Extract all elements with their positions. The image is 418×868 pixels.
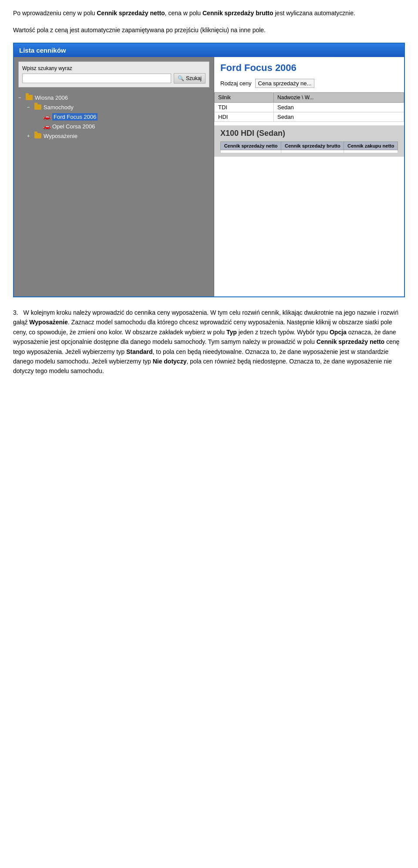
price-header-brutto: Cennik sprzedaży brutto xyxy=(281,142,344,150)
step-number: 3. xyxy=(13,309,22,316)
toggle-ford xyxy=(36,114,43,119)
tree-label-samochody: Samochody xyxy=(44,104,74,111)
tree-item-samochody[interactable]: − Samochody xyxy=(27,102,209,112)
toggle-wyposazenie[interactable]: + xyxy=(27,133,34,138)
lista-body: Wpisz szukany wyraz 🔍 Szukaj − xyxy=(14,57,404,296)
rodzaj-row: Rodzaj ceny Cena sprzedaży ne... xyxy=(214,77,404,92)
tree-item-ford-focus[interactable]: 🚗 Ford Focus 2006 xyxy=(36,112,209,121)
hdi-title: X100 HDI (Sedan) xyxy=(220,129,398,138)
price-table: Cennik sprzedaży netto Cennik sprzedaży … xyxy=(220,141,398,153)
folder-icon-wyposazenie xyxy=(34,132,42,140)
lista-panel: Lista cenników Wpisz szukany wyraz 🔍 Szu… xyxy=(13,43,405,297)
lista-panel-header: Lista cenników xyxy=(14,44,404,57)
tree-item-wiosna[interactable]: − Wiosna 2006 xyxy=(18,93,209,102)
tree-label-wiosna: Wiosna 2006 xyxy=(35,94,68,101)
col-header-nadwozie: Nadwozie \ W... xyxy=(274,93,404,103)
intro-paragraph-2: Wartość pola z ceną jest automatycznie z… xyxy=(13,26,405,35)
car-icon-opel: 🚗 xyxy=(43,122,51,130)
tree-label-wyposazenie: Wyposażenie xyxy=(44,133,78,139)
search-label: Wpisz szukany wyraz xyxy=(22,65,206,71)
toggle-wiosna[interactable]: − xyxy=(18,95,25,100)
cell-silnik-tdi: TDI xyxy=(215,103,274,112)
col-header-silnik: Silnik xyxy=(215,93,274,103)
page-wrapper: Po wprowadzeniu ceny w polu Cennik sprze… xyxy=(0,0,418,389)
toggle-samochody[interactable]: − xyxy=(27,104,34,110)
search-icon: 🔍 xyxy=(178,75,184,81)
cell-silnik-hdi: HDI xyxy=(215,112,274,122)
left-tree-panel: Wpisz szukany wyraz 🔍 Szukaj − xyxy=(14,57,214,296)
tree-container: − Wiosna 2006 − Samochody xyxy=(18,91,209,142)
lista-header-title: Lista cenników xyxy=(19,47,66,54)
tree-label-ford-focus: Ford Focus 2006 xyxy=(52,113,98,121)
hdi-section: X100 HDI (Sedan) Cennik sprzedaży netto … xyxy=(214,125,404,157)
price-header-zakup: Cennik zakupu netto xyxy=(344,142,398,150)
search-button-label: Szukaj xyxy=(186,75,202,81)
search-row: 🔍 Szukaj xyxy=(22,73,206,84)
folder-icon-samochody xyxy=(34,103,42,111)
price-cell-netto[interactable] xyxy=(221,150,281,153)
right-panel: Ford Focus 2006 Rodzaj ceny Cena sprzeda… xyxy=(214,57,404,296)
intro-paragraph-1: Po wprowadzeniu ceny w polu Cennik sprze… xyxy=(13,9,405,18)
cell-nadwozie-sedan2: Sedan xyxy=(274,112,404,122)
price-cell-zakup[interactable] xyxy=(344,150,398,153)
table-row[interactable]: HDI Sedan xyxy=(215,112,404,122)
price-row[interactable] xyxy=(221,150,398,153)
toggle-opel xyxy=(36,124,43,129)
tree-item-wyposazenie[interactable]: + Wyposażenie xyxy=(27,131,209,141)
tree-item-opel-corsa[interactable]: 🚗 Opel Corsa 2006 xyxy=(36,121,209,131)
car-icon-ford: 🚗 xyxy=(43,113,51,121)
rodzaj-value: Cena sprzedaży ne... xyxy=(255,79,315,88)
ford-focus-title: Ford Focus 2006 xyxy=(214,57,404,77)
search-input[interactable] xyxy=(22,74,171,83)
step-3-paragraph-1: 3. W kolejnym kroku należy wprowadzić do… xyxy=(13,308,405,376)
price-header-netto: Cennik sprzedaży netto xyxy=(221,142,281,150)
cell-nadwozie-sedan1: Sedan xyxy=(274,103,404,112)
search-button[interactable]: 🔍 Szukaj xyxy=(174,73,206,84)
rodzaj-label: Rodzaj ceny xyxy=(220,80,252,87)
table-row[interactable]: TDI Sedan xyxy=(215,103,404,112)
search-area: Wpisz szukany wyraz 🔍 Szukaj xyxy=(18,61,209,87)
folder-icon-wiosna xyxy=(25,94,33,101)
price-cell-brutto[interactable] xyxy=(281,150,344,153)
model-table: Silnik Nadwozie \ W... TDI Sedan HDI Sed… xyxy=(214,92,404,122)
step-3-section: 3. W kolejnym kroku należy wprowadzić do… xyxy=(13,308,405,376)
tree-label-opel-corsa: Opel Corsa 2006 xyxy=(52,123,95,130)
